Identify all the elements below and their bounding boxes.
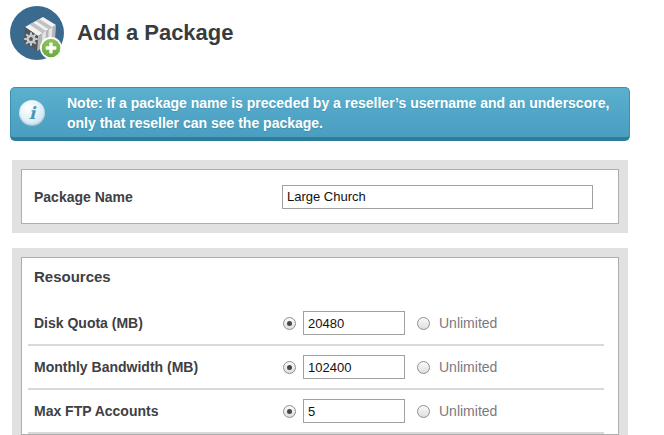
- page-title: Add a Package: [77, 20, 234, 46]
- resource-row-disk-quota: Disk Quota (MB) Unlimited: [28, 302, 604, 346]
- package-name-label: Package Name: [34, 189, 282, 205]
- disk-quota-input[interactable]: [303, 311, 405, 335]
- info-note: i Note: If a package name is preceded by…: [10, 87, 630, 141]
- add-badge-icon: [40, 37, 62, 59]
- resource-row-max-ftp-accounts: Max FTP Accounts Unlimited: [28, 390, 604, 434]
- resources-panel: Resources Disk Quota (MB) Unlimited Mont…: [12, 248, 628, 435]
- package-name-panel: Package Name: [12, 160, 628, 233]
- monthly-bandwidth-value-radio[interactable]: [283, 361, 296, 374]
- max-ftp-accounts-input[interactable]: [303, 399, 405, 423]
- disk-quota-label: Disk Quota (MB): [34, 315, 283, 331]
- package-name-input[interactable]: [282, 185, 593, 209]
- gear-icon: [24, 32, 38, 46]
- resources-heading: Resources: [22, 258, 618, 302]
- add-package-icon: [10, 6, 64, 60]
- note-line-1: Note: If a package name is preceded by a…: [67, 93, 609, 113]
- max-ftp-accounts-unlimited-radio[interactable]: [417, 405, 430, 418]
- resources-box: Resources Disk Quota (MB) Unlimited Mont…: [21, 257, 619, 435]
- max-ftp-accounts-label: Max FTP Accounts: [34, 403, 283, 419]
- monthly-bandwidth-unlimited-label: Unlimited: [439, 359, 497, 375]
- monthly-bandwidth-input[interactable]: [303, 355, 405, 379]
- max-ftp-accounts-value-radio[interactable]: [283, 405, 296, 418]
- note-text: Note: If a package name is preceded by a…: [67, 93, 609, 133]
- note-line-2: only that reseller can see the package.: [67, 113, 609, 133]
- info-icon: i: [19, 100, 45, 126]
- page-header: Add a Package: [10, 6, 234, 60]
- disk-quota-unlimited-label: Unlimited: [439, 315, 497, 331]
- monthly-bandwidth-label: Monthly Bandwidth (MB): [34, 359, 283, 375]
- info-icon-glyph: i: [29, 103, 35, 123]
- resource-row-monthly-bandwidth: Monthly Bandwidth (MB) Unlimited: [28, 346, 604, 390]
- add-package-page: { "header": { "title": "Add a Package", …: [0, 0, 664, 435]
- max-ftp-accounts-unlimited-label: Unlimited: [439, 403, 497, 419]
- monthly-bandwidth-unlimited-radio[interactable]: [417, 361, 430, 374]
- disk-quota-value-radio[interactable]: [283, 317, 296, 330]
- disk-quota-unlimited-radio[interactable]: [417, 317, 430, 330]
- package-name-box: Package Name: [21, 169, 619, 224]
